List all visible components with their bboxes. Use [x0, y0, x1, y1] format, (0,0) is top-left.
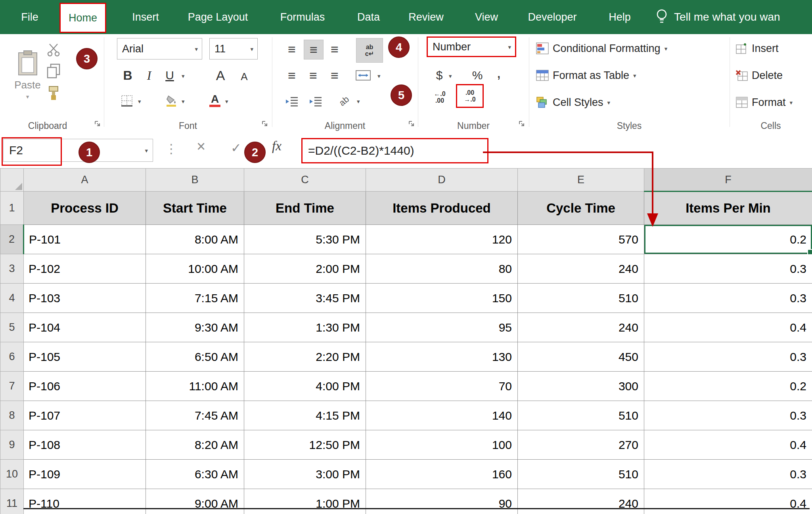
- name-box-dropdown-icon[interactable]: ▾: [140, 148, 153, 153]
- wrap-text-button[interactable]: ab c↵: [356, 38, 383, 63]
- merge-center-button[interactable]: [353, 67, 373, 83]
- font-name-combo[interactable]: Arial ▾: [117, 38, 202, 59]
- paste-button[interactable]: Paste ▾: [9, 37, 46, 113]
- fill-color-dropdown-icon[interactable]: ▾: [182, 98, 185, 104]
- cut-button[interactable]: [44, 41, 63, 59]
- cell[interactable]: 270: [518, 430, 644, 460]
- cell[interactable]: 1:00 PM: [244, 489, 366, 514]
- row-header-3[interactable]: 3: [0, 254, 24, 284]
- row-header-4[interactable]: 4: [0, 284, 24, 313]
- bold-button[interactable]: B: [119, 65, 136, 86]
- delete-cells-button[interactable]: Delete: [736, 64, 783, 86]
- cell[interactable]: 9:00 AM: [146, 489, 244, 514]
- header-cell[interactable]: Cycle Time: [518, 192, 644, 225]
- cell[interactable]: 240: [518, 489, 644, 514]
- cell[interactable]: 120: [366, 225, 518, 254]
- cell[interactable]: 0.3: [644, 401, 812, 430]
- cell[interactable]: 2:20 PM: [244, 342, 366, 372]
- number-dialog-launcher-icon[interactable]: [518, 120, 526, 128]
- cell[interactable]: 0.3: [644, 460, 812, 489]
- borders-dropdown-icon[interactable]: ▾: [138, 98, 141, 104]
- cell[interactable]: P-102: [24, 254, 146, 284]
- cell[interactable]: 0.3: [644, 342, 812, 372]
- font-color-button[interactable]: A: [207, 90, 223, 110]
- cell[interactable]: 90: [366, 489, 518, 514]
- formula-input[interactable]: =D2/((C2-B2)*1440): [301, 138, 488, 163]
- column-header-d[interactable]: D: [366, 169, 518, 192]
- conditional-formatting-button[interactable]: Conditional Formatting ▾: [536, 37, 667, 59]
- cell[interactable]: 5:30 PM: [244, 225, 366, 254]
- tab-view[interactable]: View: [469, 0, 504, 34]
- borders-button[interactable]: [119, 92, 135, 109]
- select-all-corner[interactable]: [0, 169, 24, 192]
- cell[interactable]: P-101: [24, 225, 146, 254]
- accounting-format-button[interactable]: $: [431, 66, 447, 85]
- cell[interactable]: P-105: [24, 342, 146, 372]
- cell-styles-button[interactable]: Cell Styles ▾: [536, 91, 610, 113]
- font-dialog-launcher-icon[interactable]: [261, 120, 269, 128]
- decrease-decimal-button[interactable]: .00 →.0: [456, 84, 484, 108]
- tab-home[interactable]: Home: [59, 3, 106, 33]
- cell[interactable]: 240: [518, 254, 644, 284]
- header-cell[interactable]: Items Per Min: [644, 192, 812, 225]
- font-color-dropdown-icon[interactable]: ▾: [225, 98, 228, 104]
- column-header-c[interactable]: C: [244, 169, 366, 192]
- tab-review[interactable]: Review: [401, 0, 451, 34]
- underline-button[interactable]: U: [162, 65, 178, 86]
- cell[interactable]: 510: [518, 460, 644, 489]
- row-header-8[interactable]: 8: [0, 401, 24, 430]
- cell[interactable]: 140: [366, 401, 518, 430]
- cell[interactable]: 300: [518, 372, 644, 401]
- tab-file[interactable]: File: [14, 0, 46, 34]
- cell[interactable]: P-104: [24, 313, 146, 342]
- tab-formulas[interactable]: Formulas: [273, 0, 332, 34]
- cell[interactable]: 8:20 AM: [146, 430, 244, 460]
- cell[interactable]: P-103: [24, 284, 146, 313]
- cell[interactable]: 8:00 AM: [146, 225, 244, 254]
- row-header-1[interactable]: 1: [0, 192, 24, 225]
- header-cell[interactable]: End Time: [244, 192, 366, 225]
- header-cell[interactable]: Start Time: [146, 192, 244, 225]
- cell[interactable]: 6:30 AM: [146, 460, 244, 489]
- decrease-font-size-button[interactable]: A: [236, 67, 253, 86]
- merge-dropdown-icon[interactable]: ▾: [377, 73, 381, 79]
- cell[interactable]: 130: [366, 342, 518, 372]
- cell[interactable]: 510: [518, 284, 644, 313]
- row-header-10[interactable]: 10: [0, 460, 24, 489]
- cell[interactable]: 1:30 PM: [244, 313, 366, 342]
- cell[interactable]: 12:50 PM: [244, 430, 366, 460]
- cell[interactable]: 7:15 AM: [146, 284, 244, 313]
- cell[interactable]: 240: [518, 313, 644, 342]
- column-header-f[interactable]: F: [644, 169, 812, 192]
- cell[interactable]: 95: [366, 313, 518, 342]
- cell[interactable]: 2:00 PM: [244, 254, 366, 284]
- tab-data[interactable]: Data: [350, 0, 387, 34]
- cell[interactable]: 0.3: [644, 284, 812, 313]
- row-header-7[interactable]: 7: [0, 372, 24, 401]
- increase-decimal-button[interactable]: ←.0 .00: [428, 86, 451, 109]
- cell[interactable]: 450: [518, 342, 644, 372]
- format-cells-button[interactable]: Format ▾: [736, 91, 793, 113]
- confirm-entry-icon[interactable]: ✓: [231, 140, 241, 155]
- selected-cell-f2[interactable]: 0.2: [644, 225, 812, 254]
- fill-color-button[interactable]: [163, 92, 179, 109]
- cell[interactable]: P-110: [24, 489, 146, 514]
- cell[interactable]: 4:00 PM: [244, 372, 366, 401]
- row-header-11[interactable]: 11: [0, 489, 24, 514]
- orientation-button[interactable]: ab: [330, 87, 358, 115]
- align-top-button[interactable]: ≡: [282, 40, 301, 59]
- format-painter-button[interactable]: [44, 84, 63, 102]
- align-bottom-button[interactable]: ≡: [325, 40, 344, 59]
- underline-dropdown-icon[interactable]: ▾: [182, 73, 185, 79]
- cell[interactable]: 0.4: [644, 430, 812, 460]
- fx-icon[interactable]: fx: [272, 139, 282, 153]
- cell[interactable]: 0.4: [644, 489, 812, 514]
- column-header-e[interactable]: E: [518, 169, 644, 192]
- formula-bar-grip-icon[interactable]: ⋮: [165, 141, 178, 156]
- percent-style-button[interactable]: %: [469, 66, 486, 85]
- alignment-dialog-launcher-icon[interactable]: [408, 120, 416, 128]
- row-header-9[interactable]: 9: [0, 430, 24, 460]
- cell[interactable]: P-106: [24, 372, 146, 401]
- column-header-b[interactable]: B: [146, 169, 244, 192]
- cell[interactable]: P-108: [24, 430, 146, 460]
